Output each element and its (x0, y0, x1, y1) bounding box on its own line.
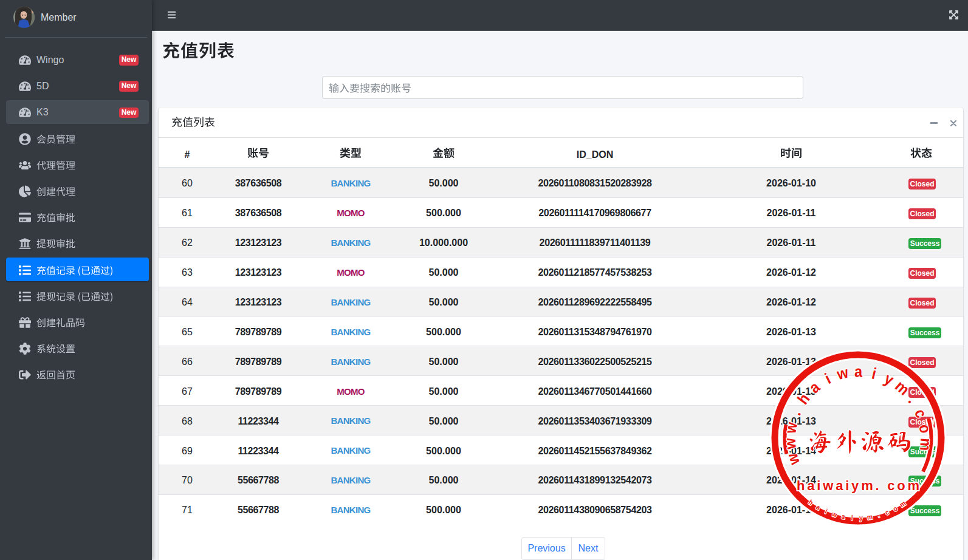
svg-text:y: y (882, 369, 897, 388)
svg-text:i: i (822, 370, 833, 387)
svg-text:c: c (911, 406, 930, 420)
svg-text:w: w (835, 363, 851, 383)
svg-text:haiwaiym. com: haiwaiym. com (797, 478, 922, 493)
svg-text:.: . (905, 393, 921, 406)
svg-text:m: m (917, 437, 935, 451)
svg-text:.: . (787, 408, 805, 418)
svg-text:a: a (854, 363, 862, 380)
svg-text:i: i (870, 364, 878, 382)
svg-text:m: m (867, 513, 873, 521)
svg-text:h: h (794, 390, 813, 407)
svg-text:w: w (781, 437, 800, 451)
svg-text:a: a (806, 378, 823, 396)
svg-text:m: m (892, 377, 913, 398)
